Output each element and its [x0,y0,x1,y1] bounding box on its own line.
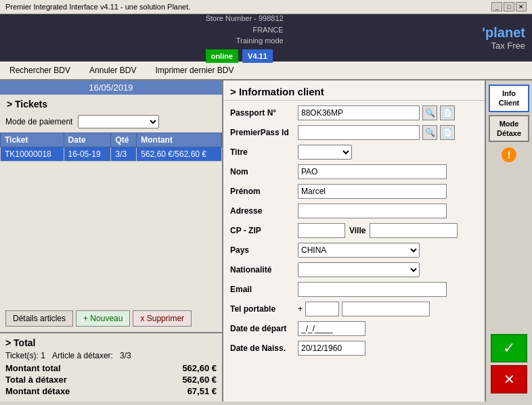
btn-info-client[interactable]: InfoClient [489,85,529,112]
nom-input[interactable] [298,164,447,179]
tickets-table: Ticket Date Qté Montant TK10000018 16-05… [0,133,222,162]
tel-row: Tel portable + [230,301,478,317]
date-depart-input[interactable] [298,321,365,336]
passport-doc-icon[interactable]: 📄 [440,105,455,120]
pays-select[interactable]: CHINA FRANCE USA JAPAN [298,243,420,258]
main-content: 16/05/2019 > Tickets Mode de paiement Es… [0,80,532,402]
tel-number-input[interactable] [342,302,430,316]
total-articles-value: 3/3 [120,351,131,360]
total-section: > Total Ticket(s): 1 Article à détaxer: … [0,332,222,402]
btn-supprimer[interactable]: x Supprimer [133,310,192,327]
premier-pass-input-group: 🔍 📄 [298,125,455,140]
date-nais-input[interactable] [298,341,365,356]
country: FRANCE [206,24,284,36]
status-row: online V4.11 [206,49,284,64]
logo-area: 'planet Tax Free [482,25,525,51]
header: Store Number - 998812 FRANCE Training mo… [0,14,532,62]
premier-pass-row: PremierPass Id 🔍 📄 [230,124,478,141]
adresse-label: Adresse [230,206,298,216]
passport-search-icon[interactable]: 🔍 [422,105,437,120]
btn-details[interactable]: Détails articles [5,310,73,327]
total-articles-label: Article à détaxer: [52,351,113,360]
total-tickets-count: Ticket(s): 1 [5,351,45,360]
col-montant: Montant [137,133,222,147]
tel-plus: + [298,304,303,314]
tel-country-input[interactable] [305,302,339,316]
date-nais-label: Date de Naiss. [230,343,298,353]
mode-paiement-row: Mode de paiement Espèces Carte bancaire [0,114,222,133]
table-row[interactable]: TK10000018 16-05-19 3/3 562,60 €/562,60 … [1,147,222,162]
col-qty: Qté [111,133,137,147]
total-detaxer-value: 562,60 € [182,375,217,385]
btn-mode-detaxe[interactable]: ModeDétaxe [489,115,529,143]
online-badge: online [206,49,238,64]
cp-label: CP - ZIP [230,226,298,235]
nav-imprimer[interactable]: Imprimer dernier BDV [152,64,236,76]
ticket-actions: Détails articles + Nouveau x Supprimer [0,305,222,332]
premier-pass-doc-icon[interactable]: 📄 [440,125,455,140]
total-detaxe-row: Montant détaxe 67,51 € [5,386,217,396]
email-input[interactable] [298,282,447,297]
total-detaxer-label: Total à détaxer [5,375,67,385]
cp-ville-row: CP - ZIP Ville [230,222,478,239]
adresse-input[interactable] [298,204,447,218]
nationalite-label: Nationalité [230,265,298,275]
navbar: Rechercher BDV Annuler BDV Imprimer dern… [0,62,532,80]
date-depart-row: Date de départ [230,320,478,337]
premier-pass-input[interactable] [298,125,420,140]
prenom-label: Prénom [230,187,298,196]
header-info: Store Number - 998812 FRANCE Training mo… [206,13,284,63]
btn-nouveau[interactable]: + Nouveau [76,310,130,327]
title-controls[interactable]: _ □ ✕ [491,2,527,11]
total-detaxe-label: Montant détaxe [5,386,70,396]
client-form: Passport N° 🔍 📄 PremierPass Id 🔍 📄 [223,101,485,402]
passport-input-group: 🔍 📄 [298,105,455,120]
nom-row: Nom [230,164,478,180]
ville-input[interactable] [370,223,458,238]
nav-annuler[interactable]: Annuler BDV [87,64,139,76]
passport-input[interactable] [298,105,420,120]
tel-label: Tel portable [230,304,298,314]
cell-date: 16-05-19 [64,147,111,162]
premier-pass-search-icon[interactable]: 🔍 [422,125,437,140]
side-buttons: InfoClient ModeDétaxe ! ✓ ✕ [485,80,532,402]
pays-row: Pays CHINA FRANCE USA JAPAN [230,242,478,258]
btn-cancel[interactable]: ✕ [491,365,527,394]
total-montant-value: 562,60 € [182,363,217,373]
nav-rechercher[interactable]: Rechercher BDV [7,64,73,76]
maximize-btn[interactable]: □ [504,2,514,11]
version-badge: V4.11 [242,49,273,64]
logo-taxfree: Tax Free [482,41,525,51]
check-icon: ✓ [503,339,515,357]
titre-select[interactable]: M. Mme [298,145,352,160]
left-panel: 16/05/2019 > Tickets Mode de paiement Es… [0,80,223,402]
cell-qty: 3/3 [111,147,137,162]
mode-paiement-label: Mode de paiement [5,117,72,126]
nationalite-select[interactable]: CHINESE FRENCH [298,262,420,277]
total-montant-label: Montant total [5,363,61,373]
close-btn[interactable]: ✕ [516,2,527,11]
ville-label: Ville [349,226,365,235]
prenom-row: Prénom [230,183,478,199]
total-montant-row: Montant total 562,60 € [5,363,217,373]
total-header: > Total [5,337,217,348]
cp-input[interactable] [298,223,345,238]
logo-planet: 'planet [482,25,525,41]
btn-confirm[interactable]: ✓ [491,334,527,362]
training-mode: Training mode [206,35,284,47]
email-label: Email [230,285,298,294]
email-row: Email [230,281,478,297]
minimize-btn[interactable]: _ [491,2,502,11]
total-detaxer-row: Total à détaxer 562,60 € [5,375,217,385]
adresse-row: Adresse [230,203,478,219]
cp-ville-inputs: Ville [298,223,458,238]
titre-row: Titre M. Mme [230,144,478,160]
client-header: > Information client [223,80,485,101]
prenom-input[interactable] [298,184,447,199]
titre-label: Titre [230,147,298,157]
mode-paiement-select[interactable]: Espèces Carte bancaire [78,115,159,128]
nationalite-row: Nationalité CHINESE FRENCH [230,262,478,278]
passport-label: Passport N° [230,108,298,118]
right-panel: > Information client Passport N° 🔍 📄 Pre… [223,80,485,402]
premier-pass-label: PremierPass Id [230,128,298,137]
